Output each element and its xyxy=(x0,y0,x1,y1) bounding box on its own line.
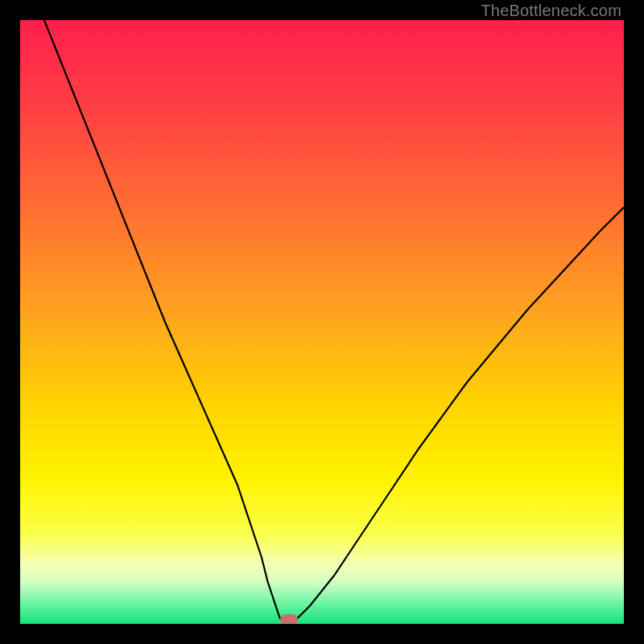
watermark-text: TheBottleneck.com xyxy=(481,2,621,20)
optimal-marker xyxy=(280,614,298,624)
chart-frame: TheBottleneck.com xyxy=(0,0,644,644)
bottleneck-curve xyxy=(20,20,624,624)
plot-area xyxy=(20,20,624,624)
